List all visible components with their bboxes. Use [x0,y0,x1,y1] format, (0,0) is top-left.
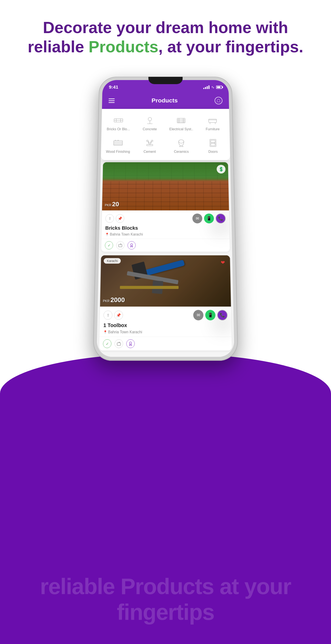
battery-icon [216,86,222,89]
bottom-watermark: reliable Products at your fingertips [0,574,331,625]
whatsapp-btn-bricks[interactable]: 📱 [204,214,214,224]
concrete-icon [143,115,156,126]
badge-icon-bricks [116,241,124,250]
karachi-badge: Karachi [104,258,121,264]
hero-products: Products [88,38,158,56]
category-furniture-label: Furniture [206,127,220,131]
bottom-section: reliable Products at your fingertips [0,554,331,644]
location-btn-toolbox[interactable]: 📌 [114,310,123,320]
ceramics-icon [175,137,188,148]
share-btn-bricks[interactable]: ⇧ [105,214,114,223]
hero-section: Decorate your dream home with reliable P… [0,0,331,66]
categories-grid: Bricks Or Blo... Concrete [103,113,228,156]
product-footer-toolbox: ✓ [99,336,232,350]
category-electrical-label: Electrical Syst.. [169,127,193,131]
phone-notch [148,77,182,84]
hero-reliable: reliable [28,38,88,56]
category-wood[interactable]: Wood Finishing [103,135,133,156]
page-wrapper: Decorate your dream home with reliable P… [0,0,331,644]
svg-rect-28 [211,143,215,146]
product-footer-bricks: ✓ [101,238,230,252]
award-icon-toolbox [126,339,135,348]
svg-rect-13 [209,119,216,122]
category-concrete-label: Concrete [143,127,157,131]
product-title-bricks: Bricks Blocks [105,225,226,231]
whatsapp-btn-toolbox[interactable]: 📱 [205,310,215,320]
svg-rect-21 [147,144,153,146]
svg-point-4 [148,118,152,121]
phone-screen: 9:41 ∿ Prod [96,80,234,357]
category-bricks-label: Bricks Or Blo... [107,127,130,131]
phone-btn-bricks[interactable]: 📞 [216,214,226,224]
product-action-row-toolbox: ⇧ 📌 ✉ 📱 📞 [104,310,228,320]
award-icon-bricks [128,241,136,250]
svg-rect-27 [211,140,215,143]
category-doors-label: Doors [208,150,218,154]
electrical-icon [175,115,188,126]
signal-icon [203,86,210,89]
svg-point-31 [130,244,132,246]
svg-rect-32 [117,343,120,345]
app-title: Products [152,97,178,104]
product-price-bricks: PKR 20 [105,200,119,208]
svg-rect-30 [118,244,122,247]
product-location-toolbox: 📍 Bahria Town Karachi [103,330,228,334]
purple-background [0,353,331,554]
email-btn-bricks[interactable]: ✉ [192,214,202,224]
furniture-icon [206,115,219,126]
products-area: PKR 20 💲 ⇧ 📌 [96,160,234,357]
contact-btns-bricks: ✉ 📱 📞 [192,214,226,224]
status-icons: ∿ [203,85,222,90]
product-image-toolbox: Karachi ❤ PKR 2000 [100,255,231,306]
wifi-icon: ∿ [211,85,214,90]
category-furniture[interactable]: Furniture [198,113,228,133]
brick-icon [112,115,125,126]
cement-icon [143,137,156,148]
product-info-bricks: ⇧ 📌 ✉ 📱 📞 Bricks Blocks [102,210,230,239]
verified-icon-toolbox: ✓ [103,339,112,348]
status-time: 9:41 [109,84,118,90]
verified-icon-bricks: ✓ [105,241,113,250]
email-btn-toolbox[interactable]: ✉ [193,310,204,320]
category-wood-label: Wood Finishing [106,150,130,154]
category-electrical[interactable]: Electrical Syst.. [166,113,196,133]
phone-btn-toolbox[interactable]: 📞 [217,310,228,320]
phone-device: 9:41 ∿ Prod [93,77,238,361]
hero-line1: Decorate your dream home with [14,18,318,37]
share-location-toolbox: ⇧ 📌 [104,310,123,320]
share-btn-toolbox[interactable]: ⇧ [104,310,112,320]
svg-point-33 [130,342,132,344]
category-doors[interactable]: Doors [198,135,228,156]
location-btn-bricks[interactable]: 📌 [116,214,124,223]
product-title-toolbox: 1 Toolbox [103,322,228,328]
favorite-btn-toolbox[interactable]: ❤ [218,258,227,267]
profile-icon[interactable]: ☖ [214,97,222,104]
badge-icon-toolbox [114,339,123,348]
category-ceramics[interactable]: Ceramics [166,135,196,156]
category-cement[interactable]: Cement [135,135,164,156]
wood-icon [112,137,124,148]
contact-btns-toolbox: ✉ 📱 📞 [193,310,228,320]
product-card-toolbox: Karachi ❤ PKR 2000 ⇧ [99,255,232,350]
product-location-bricks: 📍 Bahria Town Karachi [105,232,226,236]
product-image-bricks: PKR 20 💲 [102,162,229,210]
product-action-row-bricks: ⇧ 📌 ✉ 📱 📞 [105,214,226,224]
category-ceramics-label: Ceramics [174,150,189,154]
doors-icon [206,137,220,148]
hero-line2: reliable Products, at your fingertips. [14,37,318,56]
hamburger-menu[interactable] [108,98,114,103]
app-bar: Products ☖ [102,92,229,109]
hero-suffix: , at your fingertips. [158,38,303,56]
share-location-bricks: ⇧ 📌 [105,214,124,223]
svg-point-22 [179,140,184,143]
category-concrete[interactable]: Concrete [135,113,164,133]
category-cement-label: Cement [144,150,156,154]
product-price-toolbox: PKR 2000 [103,296,125,304]
product-info-toolbox: ⇧ 📌 ✉ 📱 📞 1 Toolbox [99,306,232,337]
phone-scene: 9:41 ∿ Prod [0,70,331,554]
favorite-btn-bricks[interactable]: 💲 [216,165,226,174]
categories-panel: Bricks Or Blo... Concrete [101,109,230,160]
product-card-bricks: PKR 20 💲 ⇧ 📌 [101,162,230,252]
category-bricks[interactable]: Bricks Or Blo... [104,113,133,133]
